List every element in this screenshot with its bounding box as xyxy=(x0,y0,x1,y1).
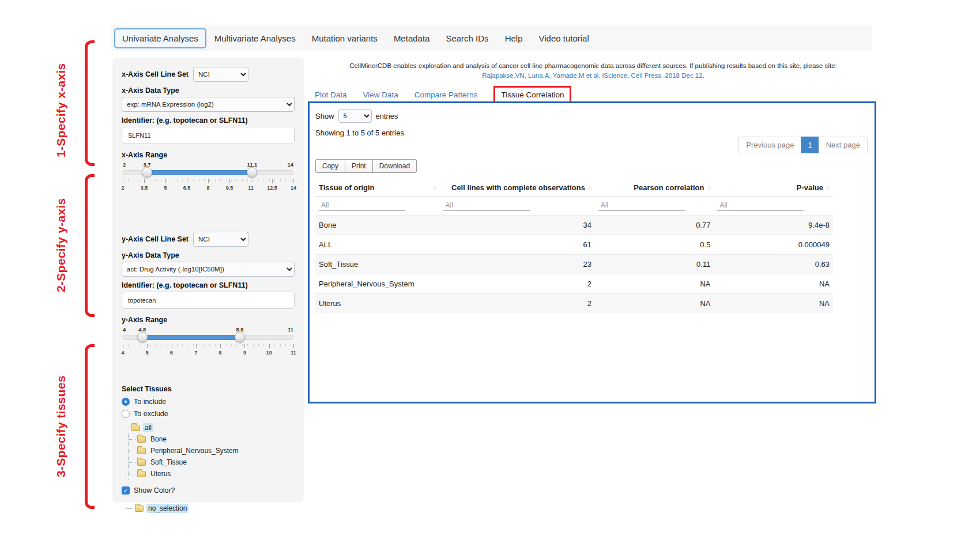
cell-pvalue: NA xyxy=(714,294,833,314)
x-tick: 6.5 xyxy=(183,185,191,191)
sort-icon[interactable] xyxy=(588,184,591,191)
y-cell-line-set-select[interactable]: NCI xyxy=(193,232,248,247)
tree-item-uterus[interactable]: Uterus xyxy=(149,469,172,478)
cell-count: 2 xyxy=(440,274,595,294)
y-tick: 6 xyxy=(170,350,173,356)
sort-icon[interactable] xyxy=(826,184,830,191)
page-length-select[interactable]: 5 xyxy=(338,109,372,123)
download-button[interactable]: Download xyxy=(372,159,417,173)
x-slider-min: 2 xyxy=(123,161,126,168)
select-tissues-label: Select Tissues xyxy=(122,385,295,393)
x-range-slider[interactable]: 2 14 3.7 11.1 2 3.5 5 6.5 8 9.5 11 12.5 … xyxy=(123,161,293,197)
sort-icon[interactable] xyxy=(707,184,710,191)
tab-video-tutorial[interactable]: Video tutorial xyxy=(530,28,597,48)
header-pearson-correlation[interactable]: Pearson correlation xyxy=(595,179,714,197)
annotation-step1-bracket xyxy=(85,40,95,166)
x-slider-handle-low[interactable] xyxy=(142,167,152,178)
folder-icon xyxy=(135,505,144,512)
radio-icon[interactable] xyxy=(122,410,130,418)
filter-tissue-of-origin[interactable] xyxy=(319,200,405,211)
filter-pearson-correlation[interactable] xyxy=(598,200,685,211)
subtab-view-data[interactable]: View Data xyxy=(363,90,398,99)
annotation-step3-label: 3-Specify tissues xyxy=(54,344,78,510)
y-identifier-label: Identifier: (e.g. topotecan or SLFN11) xyxy=(122,281,295,289)
tab-univariate-analyses[interactable]: Univariate Analyses xyxy=(114,28,206,48)
header-cell-lines[interactable]: Cell lines with complete observations xyxy=(440,179,595,197)
tree-connector xyxy=(129,462,135,463)
copy-button[interactable]: Copy xyxy=(315,159,345,173)
x-slider-handle-high[interactable] xyxy=(247,167,257,178)
cell-tissue: Soft_Tissue xyxy=(315,255,440,274)
y-identifier-input[interactable] xyxy=(122,292,295,309)
y-slider-handle-low[interactable] xyxy=(137,332,148,342)
x-cell-line-set-label: x-Axis Cell Line Set xyxy=(122,70,189,78)
page-number-button[interactable]: 1 xyxy=(801,137,819,153)
tab-metadata[interactable]: Metadata xyxy=(386,28,438,48)
cell-pvalue: 0.000049 xyxy=(714,235,833,255)
y-tick: 5 xyxy=(146,350,149,356)
subtab-compare-patterns[interactable]: Compare Patterns xyxy=(414,90,478,99)
table-row[interactable]: Peripheral_Nervous_System 2 NA NA xyxy=(315,274,833,294)
cell-correlation: 0.11 xyxy=(595,255,714,274)
filter-cell-lines[interactable] xyxy=(443,200,530,211)
tree-item-no-selection[interactable]: no_selection xyxy=(146,504,189,513)
x-cell-line-set-select[interactable]: NCI xyxy=(193,67,248,82)
subtab-plot-data[interactable]: Plot Data xyxy=(315,90,347,99)
tab-help[interactable]: Help xyxy=(497,28,531,48)
show-color-row[interactable]: Show Color? xyxy=(122,486,295,495)
y-slider-bar[interactable] xyxy=(142,335,240,340)
citation-link[interactable]: Rajapakse.VN, Luna.A, Yamade.M et al. iS… xyxy=(313,72,873,79)
x-tick: 5 xyxy=(164,185,167,191)
table-row[interactable]: Uterus 2 NA NA xyxy=(315,294,833,314)
cell-count: 61 xyxy=(440,235,595,255)
tissue-exclude-radio[interactable]: To exclude xyxy=(122,410,295,418)
tree-item-peripheral-nervous-system[interactable]: Peripheral_Nervous_System xyxy=(149,446,240,455)
x-identifier-input[interactable] xyxy=(122,127,295,144)
table-row[interactable]: Bone 34 0.77 9.4e-8 xyxy=(315,216,833,235)
x-tick: 8 xyxy=(206,185,209,191)
sort-icon[interactable] xyxy=(433,184,436,191)
cell-count: 23 xyxy=(440,255,595,274)
tree-connector xyxy=(126,508,133,509)
y-slider-max: 11 xyxy=(288,326,293,333)
tissue-include-radio[interactable]: To include xyxy=(122,398,295,406)
table-row[interactable]: ALL 61 0.5 0.000049 xyxy=(315,235,833,255)
radio-icon[interactable] xyxy=(122,398,130,406)
control-sidebar: x-Axis Cell Line Set NCI x-Axis Data Typ… xyxy=(112,58,304,503)
tab-mutation-variants[interactable]: Mutation variants xyxy=(304,28,386,48)
tree-connector xyxy=(129,439,135,440)
tree-item-soft-tissue[interactable]: Soft_Tissue xyxy=(149,458,189,467)
previous-page-button[interactable]: Previous page xyxy=(738,137,801,153)
y-data-type-select[interactable]: act: Drug Activity (-log10[IC50M]) xyxy=(122,262,295,277)
cell-pvalue: NA xyxy=(714,274,833,294)
y-cell-line-set-label: y-Axis Cell Line Set xyxy=(122,235,189,243)
tree-item-all[interactable]: all xyxy=(143,423,153,432)
y-slider-handle-high[interactable] xyxy=(235,332,245,342)
cell-count: 2 xyxy=(440,294,595,314)
y-tick: 8 xyxy=(219,350,222,356)
y-tick: 11 xyxy=(291,350,296,356)
tissue-tree: all Bone Peripheral_Nervous_System Soft_… xyxy=(123,422,295,480)
show-color-checkbox[interactable] xyxy=(122,486,130,495)
tab-search-ids[interactable]: Search IDs xyxy=(438,28,496,48)
print-button[interactable]: Print xyxy=(345,159,373,173)
header-tissue-of-origin[interactable]: Tissue of origin xyxy=(315,179,440,197)
y-range-slider[interactable]: 4 11 4.8 8.8 4 5 6 7 8 9 10 11 xyxy=(123,326,293,362)
x-range-label: x-Axis Range xyxy=(122,151,295,159)
table-row[interactable]: Soft_Tissue 23 0.11 0.63 xyxy=(315,255,833,274)
main-navigation: Univariate Analyses Multivariate Analyse… xyxy=(111,25,872,51)
cell-correlation: 0.77 xyxy=(595,216,714,235)
tab-multivariate-analyses[interactable]: Multivariate Analyses xyxy=(206,28,304,48)
x-data-type-select[interactable]: exp: mRNA Expression (log2) xyxy=(122,97,295,112)
next-page-button[interactable]: Next page xyxy=(819,137,868,153)
filter-p-value[interactable] xyxy=(717,200,804,211)
tree-connector xyxy=(129,474,135,474)
show-entries-control: Show 5 entries xyxy=(315,109,398,123)
x-slider-max: 14 xyxy=(287,161,293,168)
header-p-value[interactable]: P-value xyxy=(714,179,833,197)
x-tick: 2 xyxy=(121,185,124,191)
tissue-include-label: To include xyxy=(134,398,166,406)
tree-item-bone[interactable]: Bone xyxy=(149,435,168,444)
x-slider-bar[interactable] xyxy=(147,170,252,175)
folder-icon xyxy=(137,459,146,466)
